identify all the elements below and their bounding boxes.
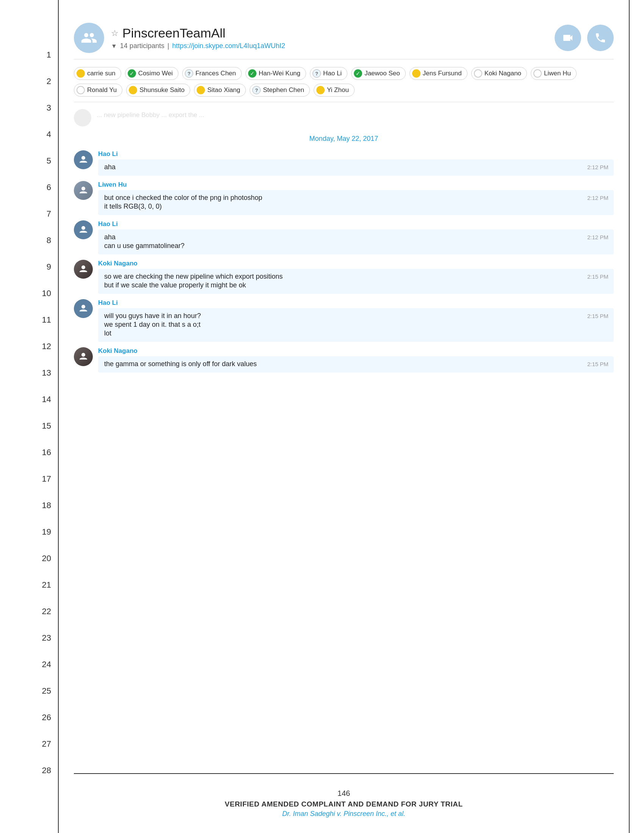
msg-time-4: 2:15 PM: [587, 273, 609, 280]
phone-icon: [594, 32, 607, 44]
chat-title-row: ☆ PinscreenTeamAll: [111, 26, 285, 40]
line-8: 8: [0, 227, 58, 254]
line-4: 4: [0, 121, 58, 148]
msg-bubble-3: aha can u use gammatolinear? 2:12 PM: [98, 230, 614, 254]
msg-bubble-2: but once i checked the color of the png …: [98, 190, 614, 215]
message-block-4: Koki Nagano so we are checking the new p…: [74, 260, 614, 294]
msg-body-4: Koki Nagano so we are checking the new p…: [98, 260, 614, 294]
participant-name: Sitao Xiang: [207, 86, 240, 94]
msg-line: the gamma or something is only off for d…: [104, 360, 568, 368]
phone-call-button[interactable]: [587, 25, 614, 51]
msg-line: we spent 1 day on it. that s a o;t: [104, 321, 568, 329]
participant-sitao-xiang[interactable]: Sitao Xiang: [194, 84, 246, 96]
msg-time-5: 2:15 PM: [587, 313, 609, 319]
participant-name: Jens Fursund: [423, 70, 462, 77]
spacer: [74, 378, 614, 773]
line-9: 9: [0, 254, 58, 280]
msg-sender-3: Hao Li: [98, 220, 614, 228]
avatar-icon: [78, 224, 89, 235]
participant-shunsuke-saito[interactable]: Shunsuke Saito: [126, 84, 190, 96]
status-dot-yi: [316, 86, 325, 94]
line-1: 1: [0, 42, 58, 68]
msg-body-3: Hao Li aha can u use gammatolinear? 2:12…: [98, 220, 614, 254]
status-dot-liwen: [533, 69, 542, 78]
status-dot-frances: ?: [185, 69, 193, 78]
line-27: 27: [0, 731, 58, 757]
status-dot-hao: ?: [312, 69, 321, 78]
svg-point-3: [81, 265, 85, 269]
participant-hao-li[interactable]: ? Hao Li: [310, 67, 348, 80]
chat-title: PinscreenTeamAll: [122, 26, 225, 40]
participant-name: Han-Wei Kung: [259, 70, 300, 77]
msg-bubble-1: aha 2:12 PM: [98, 159, 614, 176]
msg-line: aha: [104, 163, 568, 171]
status-dot-koki: [474, 69, 482, 78]
participants-count: 14 participants: [120, 42, 164, 50]
line-16: 16: [0, 439, 58, 466]
msg-time-6: 2:15 PM: [587, 361, 609, 367]
msg-line: will you guys have it in an hour?: [104, 312, 568, 320]
join-link[interactable]: https://join.skype.com/L4Iuq1aWUhI2: [172, 42, 285, 50]
status-dot-cosimo: ✓: [128, 69, 136, 78]
participant-cosimo-wei[interactable]: ✓ Cosimo Wei: [125, 67, 179, 80]
line-13: 13: [0, 360, 58, 386]
line-26: 26: [0, 704, 58, 731]
line-15: 15: [0, 413, 58, 439]
chat-title-block: ☆ PinscreenTeamAll ▼ 14 participants | h…: [111, 26, 285, 50]
msg-line: aha: [104, 233, 568, 241]
msg-line: can u use gammatolinear?: [104, 242, 568, 250]
status-dot-hanwei: ✓: [248, 69, 256, 78]
participant-carrie-sun[interactable]: carrie sun: [74, 67, 121, 80]
avatar-koki-nagano-1: [74, 260, 93, 279]
video-call-button[interactable]: [555, 25, 581, 51]
participant-name: Hao Li: [323, 70, 342, 77]
line-20: 20: [0, 545, 58, 572]
page-number: 146: [74, 789, 614, 798]
participant-yi-zhou[interactable]: Yi Zhou: [314, 84, 354, 96]
avatar-icon: [78, 303, 89, 314]
participant-jaewoo-seo[interactable]: ✓ Jaewoo Seo: [351, 67, 406, 80]
participant-jens-fursund[interactable]: Jens Fursund: [409, 67, 467, 80]
msg-time-1: 2:12 PM: [587, 164, 609, 170]
message-block-3: Hao Li aha can u use gammatolinear? 2:12…: [74, 220, 614, 254]
msg-line: it tells RGB(3, 0, 0): [104, 203, 568, 211]
avatar-hao-li-3: [74, 299, 93, 318]
msg-sender-1: Hao Li: [98, 150, 614, 158]
date-divider: Monday, May 22, 2017: [74, 135, 614, 143]
line-numbers: 1 2 3 4 5 6 7 8 9 10 11 12 13 14 15 16 1…: [0, 0, 59, 833]
msg-body-5: Hao Li will you guys have it in an hour?…: [98, 299, 614, 342]
participant-frances-chen[interactable]: ? Frances Chen: [182, 67, 242, 80]
participant-liwen-hu[interactable]: Liwen Hu: [531, 67, 576, 80]
line-17: 17: [0, 466, 58, 492]
msg-sender-4: Koki Nagano: [98, 260, 614, 267]
page-footer: 146 VERIFIED AMENDED COMPLAINT AND DEMAN…: [74, 773, 614, 818]
participant-name: Shunsuke Saito: [139, 86, 185, 94]
ghost-message: ... new pipeline Bobby ... export the ..…: [74, 109, 614, 127]
msg-body-2: Liwen Hu but once i checked the color of…: [98, 181, 614, 215]
msg-bubble-4: so we are checking the new pipeline whic…: [98, 269, 614, 294]
star-icon: ☆: [111, 28, 119, 38]
participant-stephen-chen[interactable]: ? Stephen Chen: [250, 84, 310, 96]
line-2: 2: [0, 68, 58, 95]
participant-hanwei-kung[interactable]: ✓ Han-Wei Kung: [245, 67, 306, 80]
svg-point-2: [81, 226, 85, 230]
chevron-down-icon: ▼: [111, 43, 117, 50]
participant-name: Koki Nagano: [485, 70, 521, 77]
svg-point-1: [81, 187, 85, 190]
line-28: 28: [0, 757, 58, 784]
status-dot-shunsuke: [129, 86, 137, 94]
msg-line: but once i checked the color of the png …: [104, 194, 568, 202]
participant-name: Cosimo Wei: [138, 70, 173, 77]
participants-area: carrie sun ✓ Cosimo Wei ? Frances Chen ✓…: [74, 67, 614, 102]
participant-ronald-yu[interactable]: Ronald Yu: [74, 84, 122, 96]
header-icons: [555, 25, 614, 51]
participant-name: Stephen Chen: [263, 86, 304, 94]
status-dot-sitao: [196, 86, 205, 94]
line-11: 11: [0, 307, 58, 333]
participant-name: Jaewoo Seo: [364, 70, 400, 77]
participant-koki-nagano[interactable]: Koki Nagano: [471, 67, 527, 80]
footer-subtitle: Dr. Iman Sadeghi v. Pinscreen Inc., et a…: [74, 810, 614, 818]
line-7: 7: [0, 201, 58, 227]
svg-point-4: [81, 305, 85, 309]
line-22: 22: [0, 598, 58, 625]
